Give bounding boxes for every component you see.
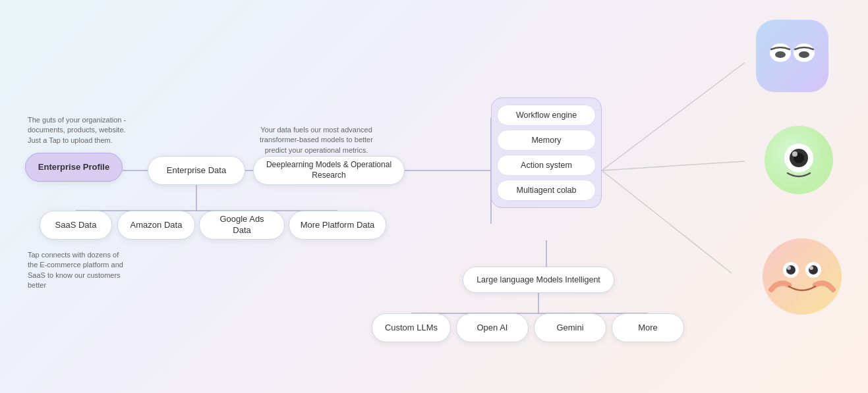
svg-line-6 <box>602 161 745 170</box>
enterprise-data-node[interactable]: Enterprise Data <box>148 156 245 185</box>
workflow-engine-item[interactable]: Workflow engine <box>497 105 596 126</box>
blob-top <box>753 16 832 95</box>
action-system-item[interactable]: Action system <box>497 155 596 176</box>
svg-point-31 <box>763 238 842 315</box>
platform-box: Workflow engine Memory Action system Mul… <box>491 97 602 208</box>
more-node[interactable]: More <box>612 313 684 342</box>
deeplearning-node[interactable]: Deeplearning Models & Operational Resear… <box>253 156 405 185</box>
diagram-container: The guts of your organization - document… <box>0 0 868 393</box>
custom-llm-node[interactable]: Custom LLMs <box>372 313 451 342</box>
openai-node[interactable]: Open AI <box>456 313 529 342</box>
svg-point-37 <box>809 266 813 270</box>
svg-rect-21 <box>756 20 828 92</box>
amazon-data-node[interactable]: Amazon Data <box>117 211 195 240</box>
multiagent-item[interactable]: Multiagent colab <box>497 180 596 201</box>
memory-item[interactable]: Memory <box>497 130 596 151</box>
label-top-left: The guts of your organization - document… <box>28 115 127 145</box>
svg-point-30 <box>792 151 797 157</box>
svg-point-24 <box>775 51 786 58</box>
more-platform-node[interactable]: More Platform Data <box>289 211 386 240</box>
blob-bottom <box>759 234 845 319</box>
saas-data-node[interactable]: SaaS Data <box>40 211 112 240</box>
svg-line-5 <box>602 63 745 170</box>
label-bottom-left: Tap connects with dozens of the E-commer… <box>28 250 127 291</box>
svg-point-36 <box>787 266 791 270</box>
blob-middle <box>763 124 835 196</box>
svg-point-25 <box>799 51 809 58</box>
large-llm-node[interactable]: Large language Models Intelligent <box>463 267 614 293</box>
enterprise-profile-node[interactable]: Enterprise Profile <box>25 153 123 182</box>
label-center-top: Your data fuels our most advanced transf… <box>250 125 382 155</box>
google-ads-node[interactable]: Google Ads Data <box>199 211 285 240</box>
gemini-node[interactable]: Gemini <box>534 313 606 342</box>
svg-line-7 <box>602 170 732 273</box>
